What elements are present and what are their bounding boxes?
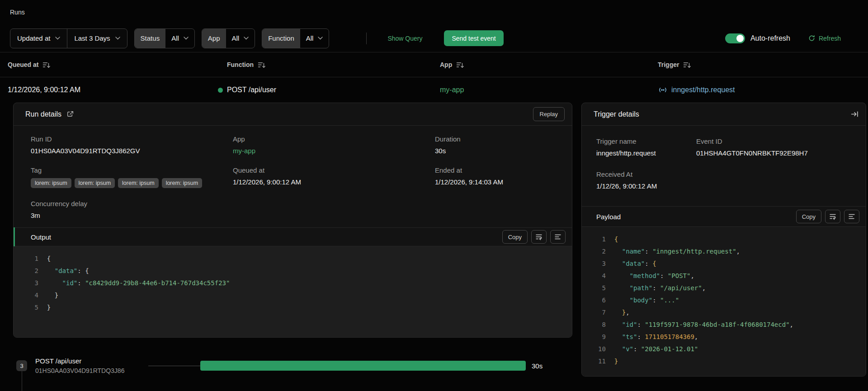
code-text: "id": "119f5971-9878-46bd-a18f-4f0680174…: [614, 319, 793, 331]
line-number: 10: [598, 343, 606, 355]
copy-output-button[interactable]: Copy: [502, 230, 528, 244]
step-name: POST /api/user: [35, 357, 148, 365]
sort-field-dropdown[interactable]: Updated at: [10, 29, 67, 48]
external-link-icon[interactable]: [66, 110, 74, 118]
code-text: }: [47, 289, 58, 301]
run-row[interactable]: 1/12/2026, 9:00:12 AM POST /api/user my-…: [0, 77, 868, 103]
code-line: 9 "ts": 1711051784369,: [582, 331, 866, 343]
status-filter-value: All: [171, 34, 179, 42]
auto-refresh-toggle[interactable]: [725, 33, 745, 43]
line-number: 3: [31, 277, 38, 289]
tag-badge: lorem: ipsum: [75, 178, 115, 188]
topbar: Runs: [0, 0, 868, 24]
code-text: "method": "POST",: [614, 270, 694, 282]
run-queued-at: 1/12/2026, 9:00:12 AM: [8, 86, 227, 94]
function-filter-dropdown[interactable]: All: [300, 29, 329, 48]
code-line: 10 "v": "2026-01-12.01": [582, 343, 866, 355]
trigger-details-card: Trigger details Trigger name inngest/htt…: [581, 103, 866, 377]
line-number: 4: [31, 289, 38, 301]
app-filter: App All: [202, 28, 255, 48]
wrap-text-button[interactable]: [825, 210, 840, 223]
code-text: {: [47, 253, 51, 265]
refresh-button[interactable]: Refresh: [808, 35, 841, 42]
runs-page: { "page": { "title": "Runs" }, "filters"…: [0, 0, 868, 391]
chevron-down-icon: [244, 37, 249, 40]
wrap-text-icon: [535, 233, 542, 240]
code-line: 3 "data": {: [582, 258, 866, 270]
page-title: Runs: [10, 9, 25, 16]
run-fields: Run ID 01HS0AA03V04D91RTDQ3J862GV App my…: [14, 126, 572, 219]
code-text: "body": "...": [614, 294, 679, 306]
status-filter: Status All: [134, 28, 195, 48]
tag-badge: lorem: ipsum: [31, 178, 71, 188]
code-text: }: [47, 301, 51, 314]
wrap-text-button[interactable]: [531, 230, 547, 244]
code-line: 4 }: [14, 289, 572, 301]
trigger-details-header: Trigger details: [582, 103, 866, 126]
column-header-queued-at[interactable]: Queued at: [8, 61, 227, 68]
format-button[interactable]: [550, 230, 566, 244]
timeline-span-bar[interactable]: [200, 361, 526, 371]
field-concurrency-delay: Concurrency delay 3m: [31, 200, 233, 219]
field-duration: Duration 30s: [435, 135, 561, 155]
event-id-value: 01HSHA4GT0FN0NRBKTF92E98H7: [696, 149, 857, 157]
run-function-link[interactable]: POST /api/user: [218, 86, 440, 94]
align-lines-icon: [848, 213, 855, 220]
time-range-value: Last 3 Days: [74, 34, 110, 42]
code-line: 2 "data": {: [14, 265, 572, 277]
chevron-down-icon: [318, 37, 323, 40]
line-number: 6: [598, 294, 606, 306]
app-value-link[interactable]: my-app: [233, 147, 435, 155]
line-number: 4: [598, 270, 606, 282]
divider: [366, 33, 367, 44]
status-filter-dropdown[interactable]: All: [165, 29, 194, 48]
step-count-badge[interactable]: 3: [16, 360, 27, 371]
code-text: "ts": 1711051784369,: [614, 331, 698, 343]
duration-label: Duration: [435, 135, 561, 143]
sort-icon: [683, 61, 691, 68]
replay-button[interactable]: Replay: [533, 107, 565, 121]
run-details-header: Run details Replay: [14, 103, 572, 126]
concurrency-delay-value: 3m: [31, 212, 233, 219]
duration-value: 30s: [435, 147, 561, 155]
trace-timeline-row: 3 POST /api/user 01HS0AA03V04D91RTDQ3J86…: [13, 353, 572, 378]
wrap-text-icon: [829, 213, 836, 220]
line-number: 11: [598, 355, 606, 367]
show-query-link[interactable]: Show Query: [387, 35, 422, 42]
field-run-id: Run ID 01HS0AA03V04D91RTDQ3J862GV: [31, 135, 233, 155]
run-trigger-link[interactable]: inngest/http.request: [658, 86, 868, 94]
output-actions: Copy: [502, 230, 566, 244]
send-test-event-button[interactable]: Send test event: [444, 30, 503, 46]
tag-badge: lorem: ipsum: [162, 178, 203, 188]
time-range-dropdown[interactable]: Last 3 Days: [67, 29, 127, 48]
timeline-track: [148, 366, 200, 366]
column-header-app[interactable]: App: [440, 61, 658, 68]
code-line: 6 "body": "...": [582, 294, 866, 306]
line-number: 2: [31, 265, 38, 277]
trigger-fields: Trigger name inngest/http.request Event …: [582, 126, 866, 190]
format-button[interactable]: [844, 210, 859, 223]
copy-payload-button[interactable]: Copy: [796, 210, 821, 223]
sort-field-value: Updated at: [17, 34, 50, 42]
toggle-knob: [736, 35, 744, 42]
field-event-id: Event ID 01HSHA4GT0FN0NRBKTF92E98H7: [696, 137, 857, 157]
auto-refresh-label: Auto-refresh: [750, 34, 790, 42]
code-line: 2 "name": "inngest/http.request",: [582, 245, 866, 258]
field-trigger-name: Trigger name inngest/http.request: [596, 137, 696, 157]
code-line: 5 "path": "/api/user",: [582, 282, 866, 294]
run-id-label: Run ID: [31, 135, 233, 143]
refresh-icon: [808, 35, 815, 42]
output-title: Output: [31, 233, 51, 241]
app-filter-dropdown[interactable]: All: [226, 29, 255, 48]
column-header-trigger[interactable]: Trigger: [658, 61, 868, 68]
run-app-link[interactable]: my-app: [440, 86, 464, 94]
app-label: App: [233, 135, 435, 143]
payload-title: Payload: [596, 213, 621, 221]
refresh-label: Refresh: [819, 35, 841, 42]
code-line: 1{: [582, 233, 866, 245]
trigger-name-value: inngest/http.request: [596, 149, 696, 157]
column-header-function[interactable]: Function: [227, 61, 440, 68]
payload-actions: Copy: [796, 210, 859, 223]
collapse-panel-icon[interactable]: [851, 110, 859, 118]
output-section-header: Output Copy: [14, 227, 572, 246]
